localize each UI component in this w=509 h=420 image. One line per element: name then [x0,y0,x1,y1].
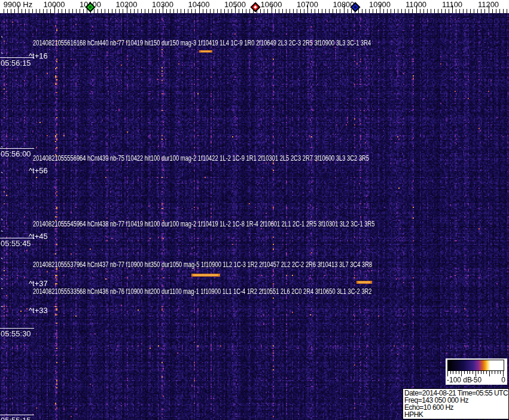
marker-diamond-red-center-dot [254,5,257,9]
freq-minor-tick [29,9,29,13]
freq-minor-tick [300,9,301,13]
freq-minor-tick [484,9,485,13]
freq-label-10400: 10400 [188,0,209,9]
freq-minor-tick [191,9,192,13]
edge-tick-mark: ` [1,38,4,42]
time-label-055545: 05:55:45 [1,239,31,248]
freq-minor-tick [358,9,359,13]
event-time-offset-2: ^t+56 [29,166,48,175]
marker-diamond-green-center-dot [89,5,92,9]
colorbar-tick [483,371,484,374]
time-tick-line [0,57,34,58]
event-time-offset-1: ^t+16 [29,51,48,60]
edge-tick-mark: ` [1,232,4,237]
freq-minor-tick [467,9,467,13]
event-detection-line-5: 20140821055533568 hCnt436 nb-76 f10900 h… [33,287,372,296]
event-detection-line-1: 20140821055616168 hCnt440 nb-77 f10419 h… [33,38,371,47]
freq-minor-tick [481,9,481,13]
marker-diamond-red[interactable] [250,2,260,13]
freq-minor-tick [401,9,402,13]
freq-minor-tick [25,9,26,13]
colorbar-gradient [447,360,504,371]
freq-minor-tick [340,9,340,13]
freq-minor-tick [214,9,214,13]
freq-minor-tick [474,9,474,13]
freq-minor-tick [412,9,413,13]
event-detection-line-2: 20140821055556964 hCnt439 nb-75 f10422 h… [33,154,369,163]
freq-minor-tick [264,9,264,13]
freq-minor-tick [242,9,243,13]
freq-minor-tick [224,9,225,13]
freq-minor-tick [184,9,185,13]
freq-minor-tick [449,9,449,13]
status-info-box: Date=2014-08-21 Time=05:55 UTC Freq=143 … [403,388,509,419]
freq-minor-tick [492,9,493,13]
colorbar-mid-label: -50 [471,376,481,384]
freq-minor-tick [463,9,464,13]
freq-minor-tick [409,9,409,13]
freq-minor-tick [152,9,153,13]
freq-minor-tick [420,9,420,13]
freq-minor-tick [322,9,322,13]
freq-minor-tick [206,9,207,13]
freq-label-10200: 10200 [115,0,137,9]
freq-minor-tick [275,9,276,13]
freq-minor-tick [101,9,102,13]
freq-minor-tick [470,9,471,13]
freq-minor-tick [365,9,366,13]
freq-minor-tick [203,9,203,13]
colorbar-tick [478,371,478,374]
freq-minor-tick [246,9,246,13]
freq-minor-tick [456,9,456,13]
freq-minor-tick [156,9,156,13]
freq-minor-tick [336,9,337,13]
colorbar-tick [459,371,459,374]
freq-minor-tick [108,9,109,13]
colorbar-tick [486,371,487,374]
freq-minor-tick [50,9,51,13]
freq-minor-tick [445,9,446,13]
freq-minor-tick [387,9,388,13]
frequency-axis: 9900 Hz100001010010200103001040010500106… [0,0,509,13]
freq-minor-tick [166,9,167,13]
freq-minor-tick [36,9,36,13]
freq-label-10500: 10500 [224,0,246,9]
freq-minor-tick [329,9,330,13]
time-label-055615: 05:56:15 [1,59,31,68]
freq-minor-tick [217,9,218,13]
freq-minor-tick [123,9,123,13]
spectrogram-overlays: 20140821055616168 hCnt440 nb-77 f10419 h… [0,13,509,420]
freq-minor-tick [477,9,478,13]
freq-label-9900: 9900 Hz [4,0,32,9]
freq-minor-tick [318,9,319,13]
colorbar-tick [481,371,481,374]
edge-tick-mark: ` [1,289,4,294]
freq-minor-tick [398,9,398,13]
freq-minor-tick [304,9,304,13]
freq-minor-tick [11,9,11,13]
freq-minor-tick [423,9,424,13]
edge-tick-mark: ` [1,173,4,178]
edge-tick-mark: ` [1,280,4,284]
freq-minor-tick [22,9,22,13]
colorbar-tick [498,371,498,374]
colorbar-tick [495,371,495,374]
time-tick-line [0,148,34,149]
freq-label-11200: 11200 [478,0,499,9]
edge-tick-mark: ` [1,148,4,152]
freq-minor-tick [441,9,442,13]
freq-minor-tick [112,9,112,13]
spectrogram: 20140821055616168 hCnt440 nb-77 f10419 h… [0,13,509,420]
freq-label-10000: 10000 [43,0,65,9]
freq-minor-tick [286,9,286,13]
freq-minor-tick [297,9,297,13]
freq-minor-tick [141,9,142,13]
freq-minor-tick [282,9,283,13]
freq-minor-tick [177,9,178,13]
freq-minor-tick [391,9,391,13]
time-tick-line [0,328,34,329]
colorbar-tick [470,371,470,374]
freq-minor-tick [315,9,315,13]
edge-tick-mark: ` [1,54,4,59]
freq-minor-tick [362,9,362,13]
